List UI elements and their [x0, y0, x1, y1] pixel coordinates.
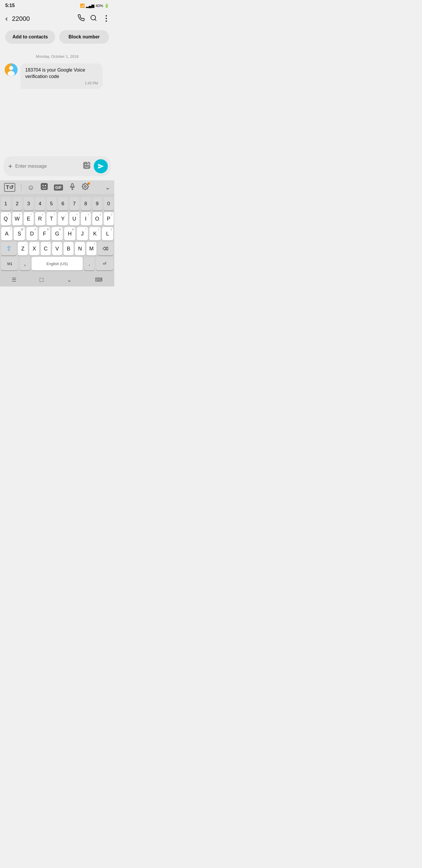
battery-percent: 40%	[96, 3, 103, 8]
gif-icon[interactable]: GIF	[54, 184, 63, 191]
key-8[interactable]: 8	[81, 197, 91, 211]
page-title: 22000	[12, 15, 75, 23]
add-attachment-icon[interactable]: +	[8, 162, 12, 170]
phone-icon[interactable]	[78, 14, 85, 23]
symbols-key[interactable]: !#1	[1, 257, 18, 270]
more-options-icon[interactable]: ⋮	[102, 14, 110, 23]
message-input[interactable]	[15, 164, 80, 169]
key-k[interactable]: (K	[89, 227, 100, 241]
svg-point-12	[45, 185, 46, 186]
svg-point-11	[42, 185, 44, 186]
key-z[interactable]: −Z	[18, 242, 28, 255]
message-time: 1:45 PM	[25, 81, 98, 85]
key-i[interactable]: >I	[81, 212, 91, 225]
svg-rect-7	[83, 162, 90, 169]
key-g[interactable]: %G	[52, 227, 63, 241]
message-bubble: 183704 is your Google Voice verification…	[21, 63, 103, 89]
key-l[interactable]: )L	[102, 227, 113, 241]
search-icon[interactable]	[90, 14, 97, 23]
svg-point-16	[85, 186, 86, 187]
period-key[interactable]: .	[84, 257, 95, 270]
key-n[interactable]: ,N	[75, 242, 85, 255]
key-y[interactable]: −Y	[58, 212, 68, 225]
key-2[interactable]: 2	[12, 197, 22, 211]
keyboard-number-row: 1 2 3 4 5 6 7 8 9 0	[1, 197, 113, 211]
key-f[interactable]: $F	[39, 227, 50, 241]
key-e[interactable]: ÷E	[24, 212, 34, 225]
space-key[interactable]: English (US)	[32, 257, 83, 270]
message-area: Monday, October 1, 2018 183704 is your G…	[0, 49, 114, 154]
back-button[interactable]: ‹	[4, 13, 9, 24]
enter-key[interactable]: ⏎	[96, 257, 113, 270]
status-icons: 📶 ▂▄▆ 40% 🔋	[80, 3, 109, 8]
wifi-icon: 📶	[80, 3, 85, 8]
svg-point-6	[8, 71, 15, 76]
key-1[interactable]: 1	[1, 197, 11, 211]
key-j[interactable]: *J	[77, 227, 88, 241]
status-bar: 5:15 📶 ▂▄▆ 40% 🔋	[0, 0, 114, 10]
key-c[interactable]: "C	[41, 242, 51, 255]
bottom-nav: ☰ □ ⌄ ⌨	[0, 273, 114, 286]
key-r[interactable]: =R	[35, 212, 45, 225]
keyboard-qwerty-row: +Q ×W ÷E =R /T −Y <U >I [O ]P	[1, 212, 113, 225]
signal-icon: ▂▄▆	[86, 3, 94, 8]
keyboard-icon[interactable]: ⌨	[95, 277, 103, 283]
shift-key[interactable]: ⇧	[1, 242, 17, 255]
key-u[interactable]: <U	[69, 212, 79, 225]
key-v[interactable]: :V	[52, 242, 62, 255]
backspace-key[interactable]: ⌫	[98, 242, 113, 255]
key-0[interactable]: 0	[104, 197, 114, 211]
header-icons: ⋮	[78, 14, 110, 23]
key-o[interactable]: [O	[92, 212, 102, 225]
key-b[interactable]: .B	[64, 242, 73, 255]
action-buttons: Add to contacts Block number	[0, 27, 114, 49]
key-s[interactable]: @S	[14, 227, 25, 241]
sticker-toolbar-icon[interactable]	[40, 183, 48, 192]
key-w[interactable]: ×W	[12, 212, 22, 225]
svg-rect-13	[71, 184, 73, 187]
comma-key[interactable]: ,	[20, 257, 30, 270]
back-nav-icon[interactable]: ⌄	[67, 276, 72, 283]
keyboard-bottom-row: !#1 , English (US) . ⏎	[1, 257, 113, 270]
sender-avatar	[5, 63, 18, 76]
key-3[interactable]: 3	[24, 197, 34, 211]
key-x[interactable]: 'X	[29, 242, 39, 255]
keyboard-toolbar: T↺ ☺ GIF ⌄	[0, 180, 114, 195]
svg-rect-10	[41, 183, 48, 190]
message-input-area: +	[3, 156, 111, 176]
add-to-contacts-button[interactable]: Add to contacts	[5, 30, 55, 44]
svg-line-1	[95, 19, 96, 20]
battery-icon: 🔋	[104, 3, 109, 8]
home-icon[interactable]: □	[39, 276, 43, 284]
svg-point-8	[85, 164, 86, 165]
key-m[interactable]: ?M	[87, 242, 96, 255]
keyboard: 1 2 3 4 5 6 7 8 9 0 +Q ×W ÷E =R /T −Y <U…	[0, 195, 114, 273]
key-9[interactable]: 9	[92, 197, 102, 211]
header: ‹ 22000 ⋮	[0, 10, 114, 27]
key-a[interactable]: !A	[1, 227, 12, 241]
sticker-icon[interactable]	[83, 161, 91, 171]
keyboard-collapse-icon[interactable]: ⌄	[105, 184, 110, 191]
key-7[interactable]: 7	[69, 197, 79, 211]
key-t[interactable]: /T	[46, 212, 57, 225]
emoji-icon[interactable]: ☺	[27, 183, 35, 191]
key-d[interactable]: #D	[26, 227, 37, 241]
key-h[interactable]: &H	[64, 227, 75, 241]
key-6[interactable]: 6	[58, 197, 68, 211]
key-p[interactable]: ]P	[104, 212, 114, 225]
status-time: 5:15	[5, 3, 15, 8]
microphone-icon[interactable]	[69, 183, 76, 192]
svg-point-9	[87, 164, 89, 165]
block-number-button[interactable]: Block number	[59, 30, 109, 44]
key-q[interactable]: +Q	[1, 212, 11, 225]
translate-icon[interactable]: T↺	[4, 183, 15, 192]
recent-apps-icon[interactable]: ☰	[12, 277, 17, 283]
send-button[interactable]	[94, 159, 108, 173]
keyboard-zxcv-row: ⇧ −Z 'X "C :V .B ,N ?M ⌫	[1, 242, 113, 255]
key-4[interactable]: 4	[35, 197, 45, 211]
toolbar-divider	[21, 184, 22, 191]
settings-notification-dot	[88, 182, 90, 185]
key-5[interactable]: 5	[46, 197, 57, 211]
keyboard-asdf-row: !A @S #D $F %G &H *J (K )L	[1, 227, 113, 241]
settings-icon[interactable]	[82, 183, 89, 192]
